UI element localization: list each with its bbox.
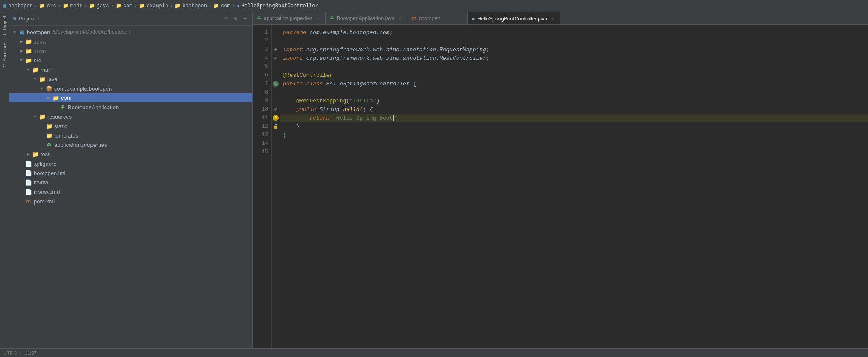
gutter-12: 🔒 — [272, 122, 280, 131]
spring-java-icon: ☘ — [59, 104, 67, 111]
script-icon: 📄 — [25, 189, 32, 195]
breadcrumb-com2[interactable]: 📁 com — [213, 3, 230, 9]
tree-item-mvn[interactable]: 📁 .mvn — [9, 46, 252, 56]
gutter: ⊕ ⊕ ☘ ⊕ 💡 🔒 — [272, 25, 280, 348]
string-literal: "/hello" — [350, 98, 376, 104]
tab-close-app-props[interactable]: × — [315, 15, 321, 21]
tree-item-bootopen-root[interactable]: ▣ bootopen /Development/CodeOne/bootopen — [9, 27, 252, 37]
maven-icon: m — [25, 198, 32, 205]
tree-arrow — [38, 86, 45, 91]
tree-item-src[interactable]: 📁 src — [9, 56, 252, 65]
tab-bootopen-maven[interactable]: m bootopen × — [408, 12, 468, 24]
tree-arrow — [25, 67, 32, 72]
brace-open: { — [370, 106, 373, 113]
tab-project[interactable]: 1: Project — [0, 12, 9, 39]
line-num-10: 10 — [253, 105, 271, 114]
panel-locate-icon[interactable]: ◎ — [222, 15, 230, 23]
annotation-request: @RequestMapping — [296, 98, 346, 104]
line-num-2: 2 — [253, 37, 271, 45]
folder-icon: 📁 — [45, 132, 53, 139]
gutter-5 — [272, 62, 280, 71]
breadcrumb: ▣ bootopen › 📁 src › 📁 main › 📁 java › 📁… — [0, 0, 868, 12]
item-label-resources: resources — [47, 114, 72, 120]
tab-app-properties[interactable]: ☘ application.properties × — [253, 12, 326, 24]
gutter-9 — [272, 97, 280, 105]
class-icon: ● — [237, 3, 240, 9]
tree-item-com-example[interactable]: 📦 com.example.bootopen — [9, 84, 252, 93]
tab-close-bootopen-app[interactable]: × — [397, 15, 403, 21]
tab-hello-controller[interactable]: ● HelloSpringBootController.java × — [468, 12, 561, 24]
resources-folder-icon: 📁 — [38, 114, 46, 120]
panel-settings-icon[interactable]: ⚙ — [232, 15, 239, 23]
panel-dropdown-arrow[interactable]: ▾ — [37, 16, 39, 21]
tree-item-resources[interactable]: 📁 resources — [9, 112, 252, 121]
tab-close-hello-controller[interactable]: × — [550, 16, 556, 22]
code-line-8 — [280, 88, 868, 97]
item-label-iml: bootopen.iml — [34, 170, 65, 176]
tree-item-templates[interactable]: 📁 templates — [9, 131, 252, 140]
tree-item-test[interactable]: 📁 test — [9, 149, 252, 159]
breadcrumb-com[interactable]: 📁 com — [116, 3, 133, 9]
breadcrumb-java[interactable]: 📁 java — [89, 3, 109, 9]
breadcrumb-main[interactable]: 📁 main — [63, 3, 83, 9]
tree-item-gitignore[interactable]: 📄 .gitignore — [9, 159, 252, 168]
bulb-icon-11[interactable]: 💡 — [273, 115, 279, 121]
gutter-11[interactable]: 💡 — [272, 114, 280, 122]
keyword-public: public — [296, 106, 316, 113]
tree-item-mvnw[interactable]: 📄 mvnw — [9, 178, 252, 187]
code-content[interactable]: package com.example.bootopen.com ; impor… — [280, 25, 868, 348]
tree-arrow — [25, 152, 32, 156]
iml-icon: 📄 — [25, 170, 32, 176]
item-label-bootopen: bootopen — [27, 29, 50, 35]
tab-bootopen-app[interactable]: ☘ BootopenApplication.java × — [326, 12, 408, 24]
tab-structure[interactable]: 2: Structure — [0, 39, 9, 70]
tree-item-java[interactable]: 📁 java — [9, 74, 252, 84]
line-num-15: 15 — [253, 148, 271, 156]
tree-item-bootopen-app[interactable]: ☘ BootopenApplication — [9, 102, 252, 112]
panel-title: Project — [19, 16, 35, 22]
string-close: " — [394, 115, 397, 121]
status-line-col: 11:37 — [25, 351, 37, 356]
item-label-main: main — [41, 67, 52, 73]
side-tabs-panel: 1: Project 2: Structure — [0, 12, 9, 348]
import-path: org.springframework.web.bind.annotation.… — [306, 47, 486, 53]
item-label-pom: pom.xml — [34, 198, 55, 205]
item-label-static: static — [54, 123, 67, 129]
gutter-8 — [272, 88, 280, 97]
tree-item-pom[interactable]: m pom.xml — [9, 196, 252, 206]
breadcrumb-bootopen[interactable]: 📁 bootopen — [175, 3, 207, 9]
code-editor[interactable]: 1 2 3 4 5 6 7 8 9 10 11 12 13 14 15 ⊕ — [253, 25, 868, 348]
breadcrumb-example[interactable]: 📁 example — [139, 3, 168, 9]
item-path-bootopen: /Development/CodeOne/bootopen — [52, 29, 130, 35]
folder-icon: 📁 — [89, 3, 95, 9]
breadcrumb-src[interactable]: 📁 src — [39, 3, 56, 9]
method-arrow-10: ⊕ — [274, 107, 277, 112]
item-label-java: java — [47, 76, 58, 82]
tree-item-com[interactable]: 📁 com — [9, 93, 252, 102]
line-num-6: 6 — [253, 71, 271, 79]
code-line-6: @RestController — [280, 71, 868, 79]
code-line-9: @RequestMapping ( "/hello" ) — [280, 97, 868, 105]
tree-item-mvnw-cmd[interactable]: 📄 mvnw.cmd — [9, 187, 252, 196]
panel-header: ⊞ Project ▾ ◎ ⚙ — — [9, 12, 252, 26]
gutter-7: ☘ — [272, 79, 280, 88]
line-num-14: 14 — [253, 139, 271, 148]
tree-item-app-props[interactable]: ☘ application.properties — [9, 140, 252, 149]
brace-close: } — [296, 123, 300, 130]
tree-item-static[interactable]: 📁 static — [9, 121, 252, 131]
folder-icon: 📁 — [139, 3, 145, 9]
code-line-13: } — [280, 131, 868, 139]
tree-item-main[interactable]: 📁 main — [9, 65, 252, 74]
file-tree: ▣ bootopen /Development/CodeOne/bootopen… — [9, 26, 252, 348]
line-num-8: 8 — [253, 88, 271, 97]
panel-collapse-icon[interactable]: — — [241, 15, 249, 23]
tree-item-iml[interactable]: 📄 bootopen.iml — [9, 168, 252, 178]
tab-close-bootopen-maven[interactable]: × — [457, 15, 463, 21]
type-string: String — [320, 106, 340, 113]
tree-item-idea[interactable]: 📁 .idea — [9, 37, 252, 46]
module-icon: ▣ — [18, 29, 26, 35]
gutter-1 — [272, 28, 280, 37]
gutter-2 — [272, 37, 280, 45]
breadcrumb-project[interactable]: ▣ bootopen — [3, 3, 33, 9]
breadcrumb-class[interactable]: ● HelloSpringBootController — [237, 3, 318, 9]
